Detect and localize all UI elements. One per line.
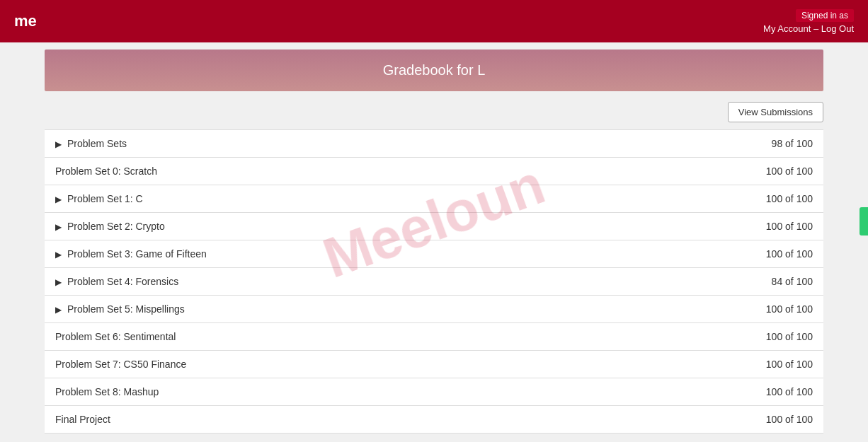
chevron-right-icon[interactable]: ▶ (55, 222, 62, 232)
chevron-right-icon[interactable]: ▶ (55, 305, 62, 315)
gradebook-title-bar: Gradebook for L (45, 50, 823, 91)
row-label-text: Problem Set 2: Crypto (67, 221, 165, 232)
row-label[interactable]: ▶Problem Set 5: Mispellings (45, 296, 738, 323)
row-label-text: Problem Set 8: Mashup (55, 386, 159, 397)
row-label: Problem Set 7: CS50 Finance (45, 351, 738, 378)
row-score: 100 of 100 (738, 240, 823, 268)
my-account-link[interactable]: My Account – Log Out (763, 23, 854, 34)
row-score: 98 of 100 (738, 130, 823, 158)
table-row: ▶Problem Set 1: C100 of 100 (45, 185, 823, 213)
table-row: Problem Set 0: Scratch100 of 100 (45, 158, 823, 185)
row-score: 100 of 100 (738, 185, 823, 213)
row-score: 100 of 100 (738, 351, 823, 378)
row-label-text: Problem Sets (67, 138, 127, 149)
row-label-text: Problem Set 5: Mispellings (67, 303, 185, 315)
page-container: Gradebook for L View Submissions ▶Proble… (30, 42, 838, 442)
row-score: 100 of 100 (738, 378, 823, 406)
row-score: 100 of 100 (738, 158, 823, 185)
row-score: 84 of 100 (738, 268, 823, 296)
table-row: ▶Problem Sets98 of 100 (45, 130, 823, 158)
row-label-text: Problem Set 6: Sentimental (55, 331, 176, 342)
row-label: Problem Set 0: Scratch (45, 158, 738, 185)
row-label[interactable]: ▶Problem Set 4: Forensics (45, 268, 738, 296)
toolbar: View Submissions (45, 102, 823, 122)
signed-in-bar: Signed in as (796, 9, 854, 22)
table-row: Problem Set 6: Sentimental100 of 100 (45, 323, 823, 351)
chevron-right-icon[interactable]: ▶ (55, 194, 62, 204)
side-indicator (860, 207, 868, 235)
header-right: Signed in as My Account – Log Out (763, 9, 854, 34)
table-row: Final Project100 of 100 (45, 406, 823, 434)
header: me Signed in as My Account – Log Out (0, 0, 868, 42)
row-label-text: Problem Set 3: Game of Fifteen (67, 248, 207, 260)
table-row: ▶Problem Set 4: Forensics84 of 100 (45, 268, 823, 296)
row-label[interactable]: ▶Problem Set 2: Crypto (45, 213, 738, 240)
chevron-right-icon[interactable]: ▶ (55, 139, 62, 149)
row-label-text: Final Project (55, 414, 110, 425)
row-label: Final Project (45, 406, 738, 434)
row-score: 100 of 100 (738, 406, 823, 434)
table-row: ▶Problem Set 3: Game of Fifteen100 of 10… (45, 240, 823, 268)
row-label[interactable]: ▶Problem Set 3: Game of Fifteen (45, 240, 738, 268)
chevron-right-icon[interactable]: ▶ (55, 250, 62, 260)
view-submissions-button[interactable]: View Submissions (728, 102, 823, 122)
row-label[interactable]: ▶Problem Sets (45, 130, 738, 158)
gradebook-title: Gradebook for L (59, 62, 809, 78)
table-row: ▶Problem Set 5: Mispellings100 of 100 (45, 296, 823, 323)
gradebook-table: ▶Problem Sets98 of 100Problem Set 0: Scr… (45, 129, 823, 434)
table-row: Problem Set 8: Mashup100 of 100 (45, 378, 823, 406)
row-label-text: Problem Set 7: CS50 Finance (55, 359, 186, 370)
table-row: ▶Problem Set 2: Crypto100 of 100 (45, 213, 823, 240)
row-score: 100 of 100 (738, 296, 823, 323)
row-label-text: Problem Set 0: Scratch (55, 165, 157, 177)
table-row: Problem Set 7: CS50 Finance100 of 100 (45, 351, 823, 378)
chevron-right-icon[interactable]: ▶ (55, 277, 62, 287)
row-score: 100 of 100 (738, 213, 823, 240)
header-logo: me (14, 12, 37, 30)
row-label: Problem Set 8: Mashup (45, 378, 738, 406)
row-label: Problem Set 6: Sentimental (45, 323, 738, 351)
row-score: 100 of 100 (738, 323, 823, 351)
row-label-text: Problem Set 4: Forensics (67, 276, 178, 287)
row-label[interactable]: ▶Problem Set 1: C (45, 185, 738, 213)
row-label-text: Problem Set 1: C (67, 193, 143, 204)
